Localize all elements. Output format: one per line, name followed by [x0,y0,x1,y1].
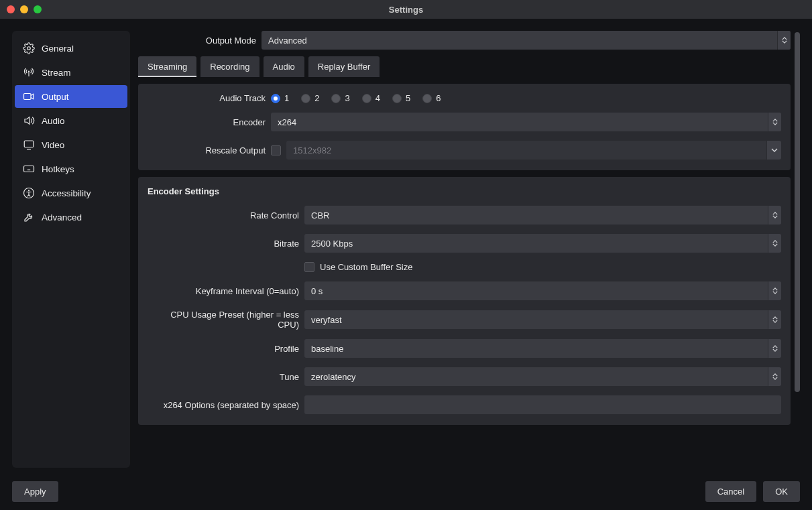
audio-track-radio-2[interactable]: 2 [301,93,319,103]
sidebar-item-label: Hotkeys [42,164,74,174]
keyboard-icon [23,163,35,175]
sidebar-item-advanced[interactable]: Advanced [15,206,127,229]
audio-track-radio-group: 1 2 3 4 5 6 [271,93,441,103]
chevron-up-down-icon [768,339,781,358]
output-tabs: Streaming Recording Audio Replay Buffer [138,56,791,77]
svg-rect-3 [24,141,34,147]
encoder-value: x264 [271,117,303,127]
antenna-icon [23,66,35,78]
tab-recording[interactable]: Recording [200,56,259,77]
sidebar-item-label: Stream [42,68,71,78]
sidebar-item-audio[interactable]: Audio [15,109,127,132]
tab-audio[interactable]: Audio [264,56,304,77]
rescale-output-select[interactable]: 1512x982 [286,141,781,160]
sidebar-item-label: Video [42,140,64,150]
output-mode-label: Output Mode [138,36,256,46]
content-scrollbar[interactable] [795,32,800,424]
profile-select[interactable]: baseline [304,339,781,358]
chevron-up-down-icon [777,31,791,50]
audio-track-radio-4[interactable]: 4 [362,93,380,103]
sidebar-item-label: General [42,44,74,54]
stepper-up-down-icon [768,234,781,253]
x264-options-label: x264 Options (separated by space) [148,400,299,410]
monitor-icon [23,139,35,151]
sidebar-item-video[interactable]: Video [15,133,127,156]
encoder-settings-panel: Encoder Settings Rate Control CBR [138,177,791,425]
chevron-up-down-icon [768,310,781,329]
sidebar-item-label: Audio [42,116,65,126]
tune-select[interactable]: zerolatency [304,367,781,386]
use-custom-buffer-checkbox[interactable] [304,262,314,272]
scrollbar-thumb[interactable] [795,32,800,392]
encoder-label: Encoder [148,117,266,127]
dialog-footer: Apply Cancel OK [12,477,800,502]
ok-button[interactable]: OK [763,481,800,502]
sidebar-item-accessibility[interactable]: Accessibility [15,182,127,204]
tools-icon [23,211,35,223]
maximize-window-button[interactable] [34,5,42,13]
sidebar-item-general[interactable]: General [15,37,127,60]
apply-button[interactable]: Apply [12,481,58,502]
sidebar-item-stream[interactable]: Stream [15,61,127,84]
close-window-button[interactable] [7,5,15,13]
audio-track-radio-3[interactable]: 3 [331,93,349,103]
streaming-panel: Audio Track 1 2 3 4 5 6 [138,84,791,170]
sidebar-item-label: Accessibility [42,188,91,198]
output-mode-select[interactable]: Advanced [262,31,791,50]
chevron-up-down-icon [768,113,781,131]
cpu-preset-select[interactable]: veryfast [304,310,781,329]
audio-track-radio-1[interactable]: 1 [271,93,289,103]
chevron-up-down-icon [768,206,781,225]
gear-icon [23,42,35,54]
encoder-settings-title: Encoder Settings [148,186,781,196]
audio-track-radio-5[interactable]: 5 [392,93,410,103]
audio-track-radio-6[interactable]: 6 [422,93,441,103]
rate-control-label: Rate Control [148,210,299,220]
cancel-button[interactable]: Cancel [705,481,756,502]
sidebar-item-label: Advanced [42,212,82,222]
speaker-icon [23,115,35,127]
rescale-output-label: Rescale Output [148,145,266,155]
profile-label: Profile [148,344,299,354]
bitrate-spinbox[interactable]: 2500 Kbps [304,234,781,253]
rescale-output-checkbox[interactable] [271,145,281,155]
stepper-up-down-icon [768,281,781,300]
svg-point-0 [27,47,31,50]
tab-streaming[interactable]: Streaming [138,56,196,77]
sidebar-item-label: Output [42,92,69,102]
accessibility-icon [23,187,35,199]
svg-rect-4 [24,166,34,172]
output-mode-value: Advanced [262,36,314,46]
rescale-output-value: 1512x982 [286,145,338,155]
svg-rect-2 [24,94,32,100]
tab-replay-buffer[interactable]: Replay Buffer [308,56,380,77]
sidebar-item-hotkeys[interactable]: Hotkeys [15,157,127,180]
bitrate-label: Bitrate [148,239,299,249]
cpu-preset-label: CPU Usage Preset (higher = less CPU) [148,310,299,330]
chevron-down-icon [766,141,781,160]
rate-control-select[interactable]: CBR [304,206,781,225]
encoder-select[interactable]: x264 [271,113,781,131]
keyframe-interval-label: Keyframe Interval (0=auto) [148,286,299,296]
keyframe-interval-spinbox[interactable]: 0 s [304,281,781,300]
sidebar-item-output[interactable]: Output [15,85,127,108]
minimize-window-button[interactable] [20,5,28,13]
output-icon [23,90,35,103]
x264-options-input[interactable] [304,395,781,414]
use-custom-buffer-label: Use Custom Buffer Size [320,262,412,272]
window-title: Settings [0,5,812,15]
svg-point-6 [28,190,30,191]
settings-sidebar: General Stream Output Audio Video [12,31,130,468]
chevron-up-down-icon [768,367,781,386]
tune-label: Tune [148,372,299,382]
titlebar: Settings [0,0,812,19]
audio-track-label: Audio Track [148,93,266,103]
